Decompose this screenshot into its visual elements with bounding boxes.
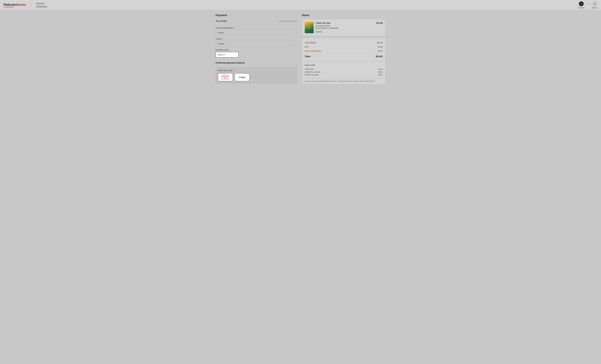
- payment-title: Payment: [216, 14, 297, 17]
- items-panel: Items I OweYou One I Owe You One by Soph…: [302, 14, 385, 84]
- book-price: $13.99: [376, 22, 383, 24]
- store-credit-title: Store credit: [305, 64, 383, 66]
- rakuten-kobo-logo: Rakutenkobo: [4, 3, 26, 7]
- payment-method-section: Preferred payment method Select type of …: [216, 62, 297, 83]
- rakuten-card-logo: Rakuten kobo: [218, 73, 233, 81]
- book-format: eBook (EPUB 3, Reflowable): [316, 27, 374, 29]
- total-credit-row: Total credit: $1.00: [305, 68, 383, 71]
- province-field-group: Province/State/Region * Ontario ⌄: [216, 27, 297, 35]
- store-credit-applied-label: Store credit applied:: [305, 50, 321, 52]
- total-credit-value: $1.00: [378, 68, 383, 70]
- book-author: by Sophie Kinsella: [316, 25, 374, 27]
- step1-label: Payment: [578, 7, 584, 9]
- card-options: Rakuten kobo !Indigo: [218, 73, 295, 81]
- country-select-wrapper: Canada ⌄: [216, 41, 297, 46]
- store-credit-applied-value: -$1.00: [377, 50, 383, 52]
- payment-method-title: Preferred payment method: [216, 62, 297, 64]
- step2-circle: 2: [592, 1, 597, 6]
- book-title: I Owe You One: [316, 22, 374, 24]
- book-cover: I OweYou One: [305, 22, 314, 33]
- step-connector: [584, 4, 592, 4]
- total-value: $14.81: [376, 55, 383, 58]
- applied-value: -$1.00: [378, 71, 383, 73]
- postal-field-group: Postal/Zip Code *: [216, 49, 297, 57]
- total-credit-label: Total credit:: [305, 68, 314, 70]
- logo-kobo-text: kobo: [18, 3, 26, 7]
- footer-note: All transactions processed by Rakuten Ko…: [302, 79, 385, 84]
- country-label: Country *: [216, 38, 297, 40]
- checkout-title: Secure Checkout: [36, 2, 47, 8]
- country-field-group: Country * Canada ⌄: [216, 38, 297, 46]
- store-credit-section: Store credit Total credit: $1.00 Applied…: [302, 62, 385, 78]
- your-details-subtitle: Your details: [216, 20, 227, 22]
- postal-input[interactable]: [216, 52, 238, 57]
- total-label: Total:: [305, 55, 311, 58]
- indigo-card-logo: !Indigo: [238, 76, 245, 79]
- applied-label: Applied to purchase:: [305, 71, 321, 73]
- postal-label: Postal/Zip Code *: [216, 49, 297, 51]
- book-row: I OweYou One I Owe You One by Sophie Kin…: [305, 22, 383, 33]
- remove-button[interactable]: Remove: [316, 30, 322, 33]
- hst-label: HST:: [305, 46, 309, 48]
- step-payment: 1 Payment: [578, 1, 584, 9]
- items-title: Items: [302, 14, 385, 17]
- cart-subtotal-row: Cart subtotal: $13.99: [305, 40, 383, 45]
- cart-subtotal-value: $13.99: [377, 41, 383, 44]
- cart-subtotal-label: Cart subtotal:: [305, 41, 316, 44]
- rakuten-card-option[interactable]: Rakuten kobo: [218, 73, 233, 81]
- applied-to-purchase-row: Applied to purchase: -$1.00: [305, 71, 383, 73]
- main-content: Payment Your details * indicates a requi…: [212, 10, 389, 88]
- checkout-stepper: 1 Payment 2 Review: [578, 1, 597, 9]
- indigo-card-option[interactable]: !Indigo: [234, 73, 250, 81]
- required-note: * indicates a required field: [278, 20, 297, 22]
- remaining-label: Remaining credit:: [305, 74, 319, 76]
- step1-circle: 1: [579, 1, 584, 6]
- payment-box: Select type of card: Rakuten kobo !I: [216, 67, 297, 83]
- province-label: Province/State/Region *: [216, 27, 297, 29]
- hst-value: $1.82: [378, 46, 383, 48]
- book-info: I Owe You One by Sophie Kinsella eBook (…: [316, 22, 374, 33]
- order-summary-card: Cart subtotal: $13.99 HST: $1.82 Store c…: [302, 38, 385, 61]
- details-header-row: Your details * indicates a required fiel…: [216, 20, 297, 25]
- card-type-label: Select type of card:: [218, 69, 295, 71]
- province-select-wrapper: Ontario ⌄: [216, 30, 297, 35]
- store-credit-applied-row: Store credit applied: -$1.00: [305, 49, 383, 53]
- step2-label: Review: [592, 7, 597, 9]
- province-select[interactable]: Ontario: [216, 30, 297, 35]
- hst-row: HST: $1.82: [305, 45, 383, 49]
- payment-panel: Payment Your details * indicates a requi…: [216, 14, 302, 84]
- rakuten-card-logo-text: Rakuten kobo: [222, 75, 229, 79]
- logo-area: Rakutenkobo Secure Checkout: [4, 2, 47, 8]
- book-item-card: I OweYou One I Owe You One by Sophie Kin…: [302, 19, 385, 36]
- remaining-credit-row: Remaining credit: $0.00: [305, 73, 383, 76]
- logo-underline: [4, 7, 14, 7]
- header: Rakutenkobo Secure Checkout 1 Payment 2 …: [0, 0, 601, 10]
- country-select[interactable]: Canada: [216, 41, 297, 46]
- logo-rakuten-text: Rakuten: [4, 3, 18, 7]
- remaining-value: $0.00: [378, 74, 383, 76]
- step-review: 2 Review: [592, 1, 597, 9]
- total-row: Total: $14.81: [305, 54, 383, 59]
